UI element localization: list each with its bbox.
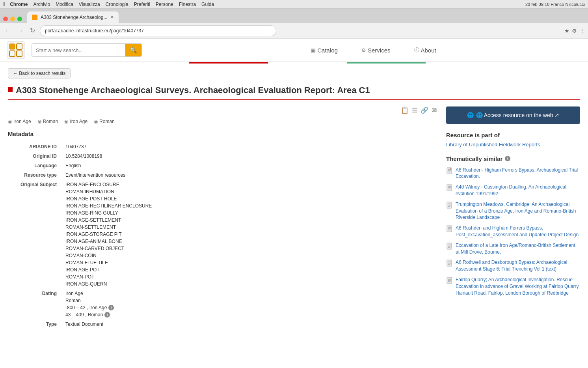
title-marker	[8, 87, 13, 92]
list-item: A40 Witney - Cassington Dualling. An Arc…	[446, 184, 580, 197]
minimize-window-btn[interactable]	[10, 17, 15, 21]
email-icon[interactable]: ✉	[432, 106, 437, 114]
menu-icon[interactable]: ⋮	[579, 28, 585, 34]
menu-archivio[interactable]: Archivio	[33, 2, 50, 7]
similar-item-link-2[interactable]: A40 Witney - Cassington Dualling. An Arc…	[456, 184, 580, 197]
apple-menu[interactable]: 	[3, 1, 5, 7]
field-label-type: Type	[8, 319, 63, 329]
resource-part-link[interactable]: Library of Unpublished Fieldwork Reports	[446, 142, 580, 148]
list-item: A6 Rushden and Higham Ferrers Bypass. Po…	[446, 225, 580, 238]
menu-finestra[interactable]: Finestra	[179, 2, 196, 7]
similar-item-link-6[interactable]: A6 Rothwell and Desborough Bypass: Archa…	[456, 259, 580, 273]
action-icons: 📋 ☰ 🔗 ✉	[8, 106, 437, 114]
field-value-original-id: 10.5284/1008198	[63, 151, 437, 161]
link-icon[interactable]: 🔗	[421, 106, 428, 114]
table-row: Dating Iron Age Roman -800 – 42 , Iron A…	[8, 289, 437, 319]
menubar-right: 20 feb 09:10 Franco Niccolucci	[525, 2, 585, 7]
reload-button[interactable]: ↻	[28, 25, 37, 36]
doc-icon-7	[446, 277, 453, 284]
nav-catalog-label: Catalog	[317, 47, 338, 54]
catalog-icon: ▣	[311, 47, 316, 53]
metadata-table: ARIADNE ID 10407737 Original ID 10.5284/…	[8, 142, 437, 329]
site-nav: 🔍 ▣ Catalog ⚙ Services ⓘ About	[0, 39, 588, 62]
field-value-resource-type: Event/intervention resources	[63, 170, 437, 180]
tag-roman-2[interactable]: ◉ Roman	[94, 119, 115, 124]
copy-icon[interactable]: 📋	[401, 106, 409, 114]
doc-icon-4	[446, 225, 453, 232]
site-logo	[6, 41, 25, 60]
forward-button[interactable]: →	[16, 26, 25, 36]
nav-about[interactable]: ⓘ About	[414, 47, 436, 54]
bookmark-icon[interactable]: ★	[564, 28, 569, 34]
similar-items-list: A6 Rushden- Higham Ferrers Bypass. Archa…	[446, 167, 580, 297]
browser-tab[interactable]: A303 Stonehenge Archaeolog... ✕	[27, 11, 119, 23]
field-label-dating: Dating	[8, 289, 63, 319]
menu-persone[interactable]: Persone	[156, 2, 173, 7]
menu-cronologia[interactable]: Cronologia	[106, 2, 128, 7]
menu-guida[interactable]: Guida	[201, 2, 214, 7]
similar-item-link-1[interactable]: A6 Rushden- Higham Ferrers Bypass. Archa…	[456, 167, 580, 180]
doc-icon-6	[446, 260, 453, 267]
address-bar: ← → ↻ ★ ⚙ ⋮	[0, 23, 588, 39]
similar-item-link-3[interactable]: Trumpington Meadows, Cambridge: An Archa…	[456, 201, 580, 221]
field-value-language: English	[63, 161, 437, 170]
doc-icon-5	[446, 243, 453, 250]
nav-about-label: About	[421, 47, 436, 54]
two-column-layout: 📋 ☰ 🔗 ✉ ◉ Iron Age ◉ Roman ◉ Iron Age	[8, 106, 580, 329]
doc-icon-2	[446, 184, 453, 191]
resource-part-title: Resource is part of	[446, 132, 580, 138]
similar-item-link-5[interactable]: Excavation of a Late Iron Age/Romano-Bri…	[456, 242, 580, 256]
tag-label-2: Roman	[43, 119, 58, 124]
close-window-btn[interactable]	[3, 17, 8, 21]
access-resource-button[interactable]: 🌐 🌐 Access resource on the web ↗	[446, 106, 580, 124]
tag-label-1: Iron Age	[13, 119, 31, 124]
menu-modifica[interactable]: Modifica	[56, 2, 73, 7]
list-icon[interactable]: ☰	[412, 106, 417, 114]
tag-icon-1: ◉	[8, 119, 12, 124]
table-row: Language English	[8, 161, 437, 170]
tag-iron-age-2[interactable]: ◉ Iron Age	[64, 119, 87, 124]
extensions-icon[interactable]: ⚙	[572, 28, 577, 34]
about-icon: ⓘ	[414, 47, 419, 54]
similar-item-link-4[interactable]: A6 Rushden and Higham Ferrers Bypass. Po…	[456, 225, 580, 238]
metadata-section-title: Metadata	[8, 131, 437, 137]
tag-roman-1[interactable]: ◉ Roman	[37, 119, 58, 124]
search-input[interactable]	[32, 47, 125, 53]
catalog-underline	[189, 62, 268, 64]
list-item: Trumpington Meadows, Cambridge: An Archa…	[446, 201, 580, 221]
sidebar: 🌐 🌐 Access resource on the web ↗ Resourc…	[446, 106, 580, 329]
tab-favicon	[32, 15, 37, 20]
page-title: A303 Stonehenge Archaeological Surveys. …	[16, 85, 370, 96]
tag-icon-4: ◉	[94, 119, 98, 124]
list-item: Fairlop Quarry; An Archaeological Invest…	[446, 276, 580, 296]
page-title-container: A303 Stonehenge Archaeological Surveys. …	[8, 85, 580, 100]
address-input[interactable]	[40, 25, 276, 36]
tag-icon-2: ◉	[37, 119, 41, 124]
access-btn-label: 🌐 Access resource on the web ↗	[476, 112, 560, 118]
list-item: A6 Rothwell and Desborough Bypass: Archa…	[446, 259, 580, 273]
maximize-window-btn[interactable]	[17, 17, 22, 21]
tab-close-button[interactable]: ✕	[110, 15, 114, 20]
back-to-results-button[interactable]: ← Back to search results	[8, 68, 71, 78]
doc-icon-3	[446, 202, 453, 209]
menu-visualizza[interactable]: Visualizza	[79, 2, 100, 7]
svg-rect-1	[9, 44, 15, 49]
menu-chrome[interactable]: Chrome	[10, 2, 28, 7]
tag-iron-age-1[interactable]: ◉ Iron Age	[8, 119, 31, 124]
search-button[interactable]: 🔍	[125, 43, 141, 57]
field-value-dating: Iron Age Roman -800 – 42 , Iron Age i 43…	[63, 289, 437, 319]
services-icon: ⚙	[361, 47, 366, 53]
back-button[interactable]: ←	[3, 26, 13, 36]
table-row: ARIADNE ID 10407737	[8, 142, 437, 151]
nav-services[interactable]: ⚙ Services	[361, 47, 391, 54]
menu-items: Chrome Archivio Modifica Visualizza Cron…	[10, 2, 525, 7]
similar-info-icon[interactable]: i	[505, 156, 510, 161]
similar-item-link-7[interactable]: Fairlop Quarry; An Archaeological Invest…	[456, 276, 580, 296]
dating-info-roman[interactable]: i	[104, 312, 110, 318]
table-row: Original Subject IRON AGE-ENCLOSURE ROMA…	[8, 180, 437, 289]
menu-preferiti[interactable]: Preferiti	[134, 2, 150, 7]
nav-catalog[interactable]: ▣ Catalog	[311, 47, 338, 54]
access-icon: 🌐	[467, 112, 474, 118]
tag-label-4: Roman	[99, 119, 115, 124]
dating-info-iron-age[interactable]: i	[108, 305, 114, 310]
